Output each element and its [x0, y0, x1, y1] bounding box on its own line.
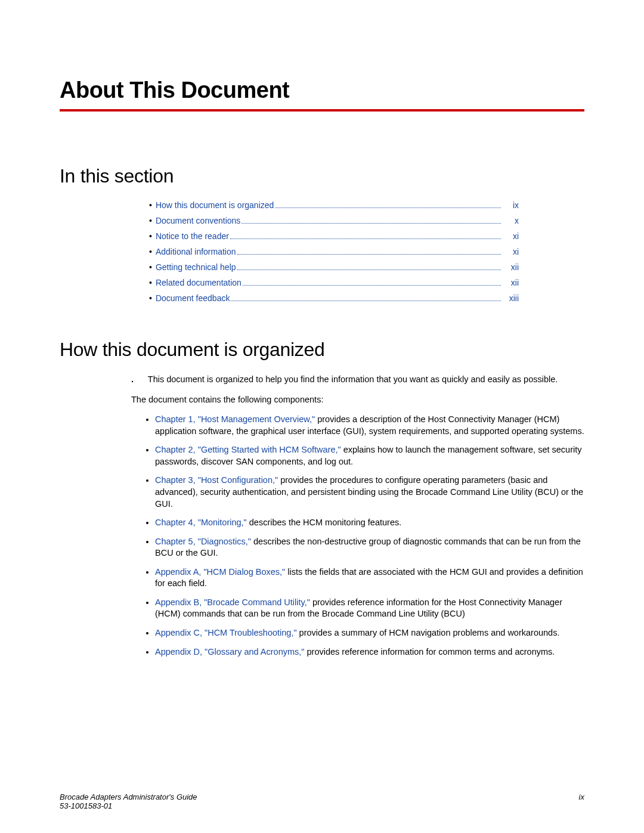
toc-page: xii — [502, 262, 519, 272]
chapter-list: Chapter 1, "Host Management Overview," p… — [131, 414, 584, 658]
chapter-link[interactable]: Appendix C, "HCM Troubleshooting," — [155, 628, 297, 637]
list-item: Chapter 2, "Getting Started with HCM Sof… — [155, 444, 584, 467]
toc: • How this document is organized ix • Do… — [149, 200, 519, 303]
chapter-link[interactable]: Appendix B, "Brocade Command Utility," — [155, 597, 310, 607]
bullet-icon: • — [149, 247, 152, 256]
list-item: Chapter 1, "Host Management Overview," p… — [155, 414, 584, 437]
page: About This Document In this section • Ho… — [0, 0, 644, 833]
footer-left: Brocade Adapters Administrator's Guide 5… — [60, 792, 197, 810]
toc-leader — [275, 208, 501, 208]
title-rule — [60, 109, 584, 112]
toc-item[interactable]: • Notice to the reader xi — [149, 231, 519, 241]
chapter-link[interactable]: Appendix D, "Glossary and Acronyms," — [155, 647, 304, 657]
toc-leader — [237, 254, 501, 255]
toc-page: xiii — [502, 293, 519, 303]
chapter-link[interactable]: Appendix A, "HCM Dialog Boxes," — [155, 567, 285, 577]
components-paragraph: The document contains the following comp… — [131, 394, 584, 406]
list-item: Chapter 3, "Host Configuration," provide… — [155, 475, 584, 510]
toc-label: Additional information — [156, 247, 236, 256]
toc-leader — [243, 285, 501, 286]
toc-leader — [231, 301, 501, 301]
toc-label: How this document is organized — [156, 200, 274, 210]
toc-page: x — [502, 216, 519, 225]
toc-item[interactable]: • How this document is organized ix — [149, 200, 519, 210]
list-item: Appendix C, "HCM Troubleshooting," provi… — [155, 627, 584, 639]
page-title: About This Document — [60, 78, 584, 103]
toc-item[interactable]: • Document feedback xiii — [149, 293, 519, 303]
body: . This document is organized to help you… — [131, 374, 584, 658]
toc-page: ix — [502, 200, 519, 210]
toc-item[interactable]: • Getting technical help xii — [149, 262, 519, 272]
toc-leader — [237, 270, 501, 270]
intro-paragraph: . This document is organized to help you… — [131, 374, 584, 386]
toc-label: Notice to the reader — [156, 231, 229, 241]
chapter-link[interactable]: Chapter 1, "Host Management Overview," — [155, 414, 315, 424]
lead-dot-icon: . — [131, 374, 145, 386]
toc-label: Document conventions — [156, 216, 240, 225]
toc-leader — [242, 223, 501, 224]
chapter-link[interactable]: Chapter 3, "Host Configuration," — [155, 475, 278, 485]
chapter-desc: provides a summary of HCM navigation pro… — [297, 628, 560, 637]
toc-page: xii — [502, 278, 519, 287]
footer: Brocade Adapters Administrator's Guide 5… — [60, 792, 584, 810]
toc-item[interactable]: • Document conventions x — [149, 216, 519, 225]
list-item: Appendix B, "Brocade Command Utility," p… — [155, 597, 584, 620]
in-this-section-heading: In this section — [60, 165, 584, 187]
toc-item[interactable]: • Additional information xi — [149, 247, 519, 256]
chapter-link[interactable]: Chapter 4, "Monitoring," — [155, 518, 247, 527]
footer-guide: Brocade Adapters Administrator's Guide — [60, 792, 197, 801]
footer-page-number: ix — [579, 792, 584, 810]
bullet-icon: • — [149, 262, 152, 272]
toc-label: Getting technical help — [156, 262, 236, 272]
toc-page: xi — [502, 231, 519, 241]
toc-label: Document feedback — [156, 293, 230, 303]
footer-docnum: 53-1001583-01 — [60, 801, 197, 810]
bullet-icon: • — [149, 200, 152, 210]
toc-page: xi — [502, 247, 519, 256]
intro-text: This document is organized to help you f… — [148, 374, 558, 384]
list-item: Chapter 5, "Diagnostics," describes the … — [155, 536, 584, 559]
chapter-link[interactable]: Chapter 5, "Diagnostics," — [155, 537, 251, 546]
list-item: Appendix D, "Glossary and Acronyms," pro… — [155, 646, 584, 658]
bullet-icon: • — [149, 278, 152, 287]
bullet-icon: • — [149, 216, 152, 225]
how-organized-heading: How this document is organized — [60, 339, 584, 361]
chapter-desc: describes the HCM monitoring features. — [247, 518, 402, 527]
list-item: Appendix A, "HCM Dialog Boxes," lists th… — [155, 566, 584, 590]
toc-item[interactable]: • Related documentation xii — [149, 278, 519, 287]
bullet-icon: • — [149, 231, 152, 241]
chapter-link[interactable]: Chapter 2, "Getting Started with HCM Sof… — [155, 445, 341, 454]
bullet-icon: • — [149, 293, 152, 303]
toc-leader — [230, 239, 501, 239]
chapter-desc: provides reference information for commo… — [304, 647, 555, 657]
toc-label: Related documentation — [156, 278, 242, 287]
list-item: Chapter 4, "Monitoring," describes the H… — [155, 517, 584, 529]
